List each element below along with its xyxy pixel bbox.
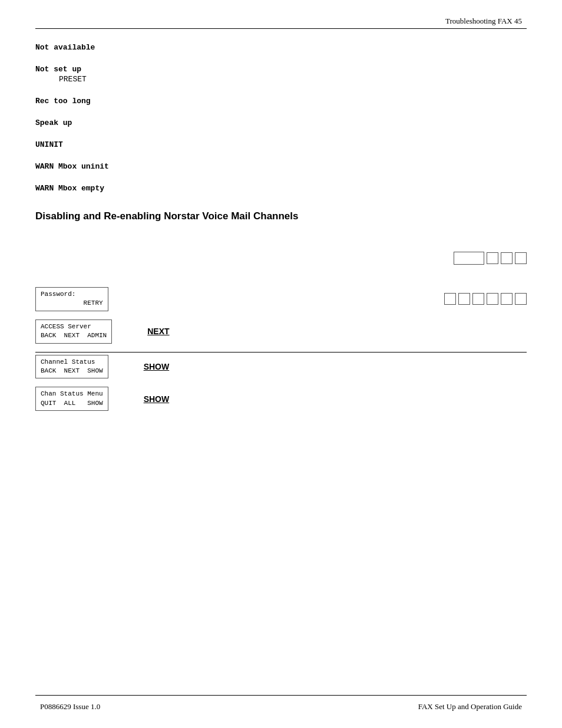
action-label-show-1: SHOW [144, 362, 170, 371]
bottom-rule [35, 695, 527, 696]
entry-label-rec-too-long: Rec too long [35, 97, 527, 106]
section-heading: Disabling and Re-enabling Norstar Voice … [35, 210, 527, 222]
softkey-small-3 [515, 252, 527, 264]
entry-label-uninit: UNINIT [35, 140, 527, 149]
channel-status-rule [35, 352, 527, 353]
action-label-next-1: NEXT [147, 327, 169, 336]
footer-right: FAX Set Up and Operation Guide [418, 702, 522, 711]
softkey-small-2 [501, 252, 513, 264]
entry-uninit: UNINIT [35, 140, 527, 149]
display-row-password: Password: RETRY [35, 287, 527, 311]
lcd-chan-status-menu: Chan Status MenuQUIT ALL SHOW [35, 387, 108, 411]
action-label-show-2: SHOW [144, 394, 170, 404]
softkey-p5 [501, 293, 513, 305]
page-footer: P0886629 Issue 1.0 FAX Set Up and Operat… [40, 702, 522, 711]
display-row-access-server: ACCESS ServerBACK NEXT ADMIN NEXT [35, 319, 527, 344]
softkey-p3 [472, 293, 484, 305]
page-header: Troubleshooting FAX 45 [445, 17, 522, 26]
entry-rec-too-long: Rec too long [35, 97, 527, 106]
top-rule [35, 28, 527, 29]
entry-not-available: Not available [35, 43, 527, 52]
softkey-small-1 [487, 252, 498, 264]
softkey-large-1 [454, 252, 484, 265]
lcd-access-server: ACCESS ServerBACK NEXT ADMIN [35, 319, 112, 344]
lcd-channel-status: Channel StatusBACK NEXT SHOW [35, 355, 108, 379]
entry-warn-mbox-uninit: WARN Mbox uninit [35, 162, 527, 171]
entry-speak-up: Speak up [35, 118, 527, 127]
entry-not-set-up: Not set up PRESET [35, 65, 527, 84]
entry-label-warn-mbox-empty: WARN Mbox empty [35, 184, 527, 193]
content-area: Not available Not set up PRESET Rec too … [35, 38, 527, 681]
softkey-p6 [515, 293, 527, 305]
top-key-row [454, 252, 527, 265]
softkey-p2 [458, 293, 470, 305]
entry-label-speak-up: Speak up [35, 118, 527, 127]
entry-label-not-set-up: Not set up [35, 65, 527, 74]
entry-warn-mbox-empty: WARN Mbox empty [35, 184, 527, 193]
entry-sub-preset: PRESET [59, 75, 527, 84]
header-text: Troubleshooting FAX 45 [445, 17, 522, 25]
display-row-channel-status: Channel StatusBACK NEXT SHOW SHOW [35, 355, 527, 379]
entry-label-warn-mbox-uninit: WARN Mbox uninit [35, 162, 527, 171]
page-container: Troubleshooting FAX 45 Not available Not… [0, 0, 562, 728]
softkey-p4 [487, 293, 498, 305]
entries-block: Not available Not set up PRESET Rec too … [35, 43, 527, 193]
display-row-chan-status-menu: Chan Status MenuQUIT ALL SHOW SHOW [35, 387, 527, 411]
lcd-password: Password: RETRY [35, 287, 108, 311]
softkey-p1 [444, 293, 456, 305]
entry-label-not-available: Not available [35, 43, 527, 52]
footer-left: P0886629 Issue 1.0 [40, 702, 100, 711]
top-softkeys-area [35, 234, 527, 287]
softkey-group-password [444, 293, 527, 305]
